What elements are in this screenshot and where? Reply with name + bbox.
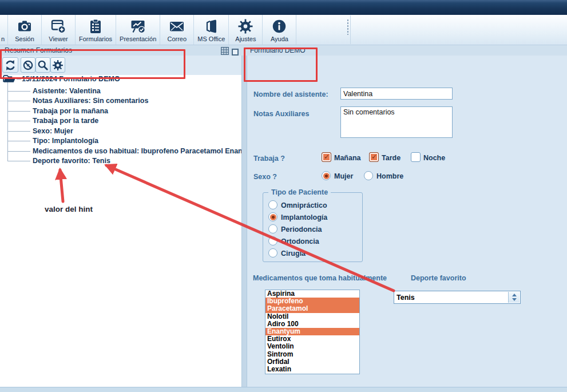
refresh-icon (5, 60, 16, 71)
checkbox-tarde-label: Tarde (382, 154, 401, 162)
list-item[interactable]: Paracetamol (265, 305, 359, 312)
viewer-window-icon (50, 18, 66, 34)
envelope-icon (169, 18, 185, 34)
info-icon (271, 18, 287, 34)
radio-mujer-label: Mujer (334, 172, 353, 180)
toolbar-clipped-label: n (0, 35, 6, 45)
radio-cirugia[interactable] (268, 248, 277, 258)
list-item[interactable]: Orfidal (265, 358, 359, 366)
toolbar-label: Formularios (79, 35, 112, 42)
spinner-buttons[interactable] (508, 292, 520, 303)
status-bar (0, 387, 567, 392)
folder-icon (3, 75, 16, 83)
disable-button[interactable] (21, 57, 35, 73)
toolbar-label: Viewer (49, 35, 68, 42)
toolbar-button-formularios[interactable]: Formularios (76, 15, 116, 45)
checkbox-noche[interactable] (411, 152, 421, 162)
search-icon (37, 60, 49, 71)
presentation-icon (130, 18, 146, 34)
toolbar-label: Ayuda (271, 35, 288, 42)
toolbar-label: Presentación (120, 35, 156, 42)
list-item[interactable]: Sintrom (265, 351, 359, 358)
list-item[interactable]: Ventolin (265, 343, 359, 350)
radio-periodoncia-label: Periodoncia (281, 225, 322, 233)
toolbar-overflow-handle[interactable] (347, 19, 349, 35)
toolbar-label: Ajustes (235, 35, 256, 42)
list-item[interactable]: Nolotil (265, 313, 359, 320)
assistant-name-label: Nombre del asistente: (253, 90, 328, 98)
main-toolbar: n Sesión Viewer (0, 15, 567, 45)
panel-splitter[interactable] (241, 56, 247, 387)
hint-annotation-label: valor del hint (45, 205, 93, 213)
list-item[interactable]: Adiro 100 (265, 320, 359, 328)
checkbox-tarde[interactable] (369, 152, 379, 162)
spin-down-icon (512, 298, 517, 301)
sex-label: Sexo ? (253, 173, 277, 181)
sport-combo-input[interactable] (394, 291, 507, 303)
radio-mujer[interactable] (322, 171, 331, 180)
dock-restore-icon[interactable] (232, 49, 239, 56)
toolbar-separator (350, 15, 351, 44)
clipboard-icon (88, 18, 104, 34)
tree-root-name: Formulario DEMO (59, 75, 120, 83)
radio-hombre-label: Hombre (376, 172, 403, 180)
checkbox-manana[interactable] (322, 152, 331, 162)
meds-listbox[interactable]: Aspirina Ibuprofeno Paracetamol Nolotil … (265, 290, 360, 374)
right-panel-title: Formulario DEMO (250, 46, 306, 54)
toolbar-label: Correo (167, 35, 187, 42)
radio-cirugia-label: Cirugía (281, 250, 306, 258)
work-label: Trabaja ? (253, 155, 285, 163)
refresh-button[interactable] (2, 57, 18, 73)
checkbox-manana-label: Mañana (334, 154, 361, 162)
sport-label: Deporte favorito (411, 274, 466, 282)
radio-omnipractico-label: Omnipráctico (281, 201, 327, 209)
radio-implantologia-label: Implantología (281, 213, 327, 221)
office-icon (203, 18, 219, 34)
toolbar-button-presentacion[interactable]: Presentación (116, 15, 160, 45)
toolbar-clipped-button[interactable]: n (0, 15, 8, 45)
assistant-name-input[interactable] (340, 88, 453, 100)
dock-grid-icon[interactable] (221, 47, 229, 55)
checkbox-noche-label: Noche (423, 154, 445, 162)
app-window: n Sesión Viewer (0, 0, 567, 392)
toolbar-button-viewer[interactable]: Viewer (42, 15, 76, 45)
sport-combobox[interactable] (394, 291, 521, 304)
toolbar-button-ayuda[interactable]: Ayuda (263, 15, 296, 45)
radio-ortodoncia[interactable] (268, 236, 277, 246)
radio-ortodoncia-label: Ortodoncia (281, 237, 319, 246)
window-title-bar (0, 0, 567, 15)
radio-implantologia[interactable] (268, 212, 277, 221)
summary-tree-panel: 15/11/2024 Formulario DEMO Asistente: Va… (0, 75, 241, 387)
settings-button[interactable] (50, 57, 65, 73)
toolbar-label: MS Office (197, 35, 225, 42)
toolbar-button-correo[interactable]: Correo (160, 15, 194, 45)
meds-label: Medicamentos que toma habitualmente (253, 274, 387, 282)
aux-notes-textarea[interactable]: Sin comentarios (340, 106, 453, 138)
list-item[interactable]: Lexatin (265, 366, 359, 373)
toolbar-button-ajustes[interactable]: Ajustes (229, 15, 263, 45)
radio-hombre[interactable] (364, 171, 373, 180)
gear-icon (52, 60, 64, 71)
tree-root-date: 15/11/2024 (22, 75, 57, 83)
camera-icon (17, 18, 33, 34)
search-button[interactable] (35, 57, 50, 73)
patient-type-groupbox: Tipo de Paciente Omnipráctico Implantolo… (263, 192, 363, 262)
left-panel-title: Resumen Formularios (5, 46, 72, 54)
toolbar-button-msoffice[interactable]: MS Office (194, 15, 229, 45)
toolbar-button-sesion[interactable]: Sesión (8, 15, 42, 45)
prohibition-icon (22, 60, 34, 71)
gear-icon (237, 18, 253, 34)
tree-connector (17, 79, 21, 80)
aux-notes-label: Notas Auxiliares (253, 110, 310, 118)
radio-periodoncia[interactable] (268, 224, 277, 233)
toolbar-label: Sesión (15, 35, 34, 42)
patient-type-legend: Tipo de Paciente (268, 188, 331, 196)
radio-omnipractico[interactable] (268, 200, 277, 209)
spin-up-icon (512, 294, 517, 296)
